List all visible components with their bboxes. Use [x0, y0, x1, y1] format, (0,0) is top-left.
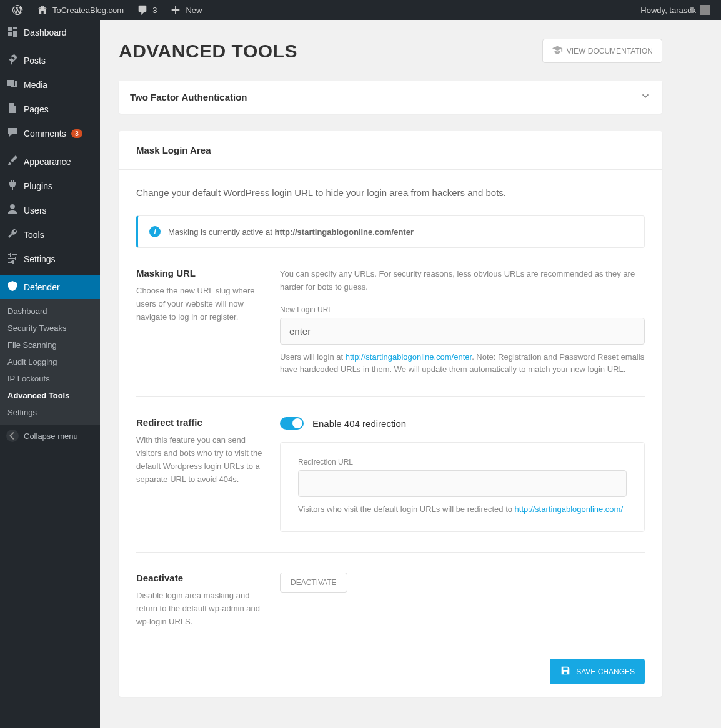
avatar — [700, 5, 710, 15]
howdy-text: Howdy, tarasdk — [640, 6, 696, 15]
accordion-title: Two Factor Authentication — [130, 92, 247, 102]
user-icon — [6, 203, 19, 217]
menu-comments[interactable]: Comments3 — [0, 121, 100, 145]
pin-icon — [6, 53, 19, 67]
menu-appearance[interactable]: Appearance — [0, 149, 100, 174]
menu-dashboard[interactable]: Dashboard — [0, 20, 100, 44]
submenu-dashboard[interactable]: Dashboard — [0, 303, 100, 320]
redirect-desc: With this feature you can send visitors … — [136, 434, 267, 486]
comments-count: 3 — [152, 6, 157, 15]
mask-login-panel: Mask Login Area Change your default Word… — [119, 131, 662, 697]
redirection-url-link[interactable]: http://startingablogonline.com/ — [515, 504, 623, 514]
redirection-hint: Visitors who visit the default login URL… — [298, 503, 627, 516]
login-url-link[interactable]: http://startingablogonline.com/enter — [346, 352, 472, 362]
dashboard-icon — [6, 25, 19, 39]
panel-title: Mask Login Area — [136, 145, 645, 155]
masking-title: Masking URL — [136, 268, 267, 278]
menu-tools[interactable]: Tools — [0, 222, 100, 247]
menu-defender[interactable]: Defender — [0, 275, 100, 299]
main-content: ADVANCED TOOLS VIEW DOCUMENTATION Two Fa… — [100, 20, 681, 728]
comment-icon — [6, 126, 19, 140]
collapse-menu[interactable]: Collapse menu — [0, 425, 100, 447]
submenu-advanced-tools[interactable]: Advanced Tools — [0, 387, 100, 404]
plus-icon — [169, 4, 182, 16]
deactivate-title: Deactivate — [136, 573, 267, 583]
site-name-link[interactable]: ToCreateaBlog.com — [30, 0, 130, 20]
wordpress-logo[interactable] — [5, 0, 30, 20]
account-link[interactable]: Howdy, tarasdk — [634, 0, 716, 20]
comments-badge: 3 — [71, 129, 82, 138]
redirection-box: Redirection URL Visitors who visit the d… — [280, 442, 645, 532]
admin-menu: Dashboard Posts Media Pages Comments3 Ap… — [0, 20, 100, 728]
redirection-url-input[interactable] — [298, 470, 627, 497]
brush-icon — [6, 154, 19, 169]
wordpress-icon — [11, 4, 24, 16]
masking-desc: Choose the new URL slug where users of y… — [136, 285, 267, 323]
deactivate-button[interactable]: DEACTIVATE — [280, 573, 347, 593]
page-title: ADVANCED TOOLS — [119, 41, 297, 62]
redirection-url-label: Redirection URL — [298, 458, 627, 466]
view-documentation-button[interactable]: VIEW DOCUMENTATION — [542, 39, 662, 63]
two-factor-accordion-toggle[interactable]: Two Factor Authentication — [119, 81, 662, 114]
page-icon — [6, 102, 19, 116]
redirect-toggle-label: Enable 404 redirection — [312, 418, 406, 429]
notice-text: Masking is currently active at http://st… — [168, 227, 414, 237]
home-icon — [36, 4, 49, 16]
menu-posts[interactable]: Posts — [0, 48, 100, 72]
site-name: ToCreateaBlog.com — [52, 6, 124, 15]
comments-link[interactable]: 3 — [130, 0, 163, 20]
comment-icon — [136, 4, 149, 16]
submenu-settings[interactable]: Settings — [0, 404, 100, 421]
save-changes-button[interactable]: SAVE CHANGES — [550, 659, 645, 684]
save-icon — [560, 665, 571, 678]
sliders-icon — [6, 252, 19, 266]
redirect-title: Redirect traffic — [136, 417, 267, 428]
new-link[interactable]: New — [163, 0, 208, 20]
menu-media[interactable]: Media — [0, 72, 100, 97]
login-url-input[interactable] — [280, 318, 645, 345]
menu-settings[interactable]: Settings — [0, 247, 100, 271]
masking-hint: You can specify any URLs. For security r… — [280, 268, 645, 294]
shield-icon — [6, 280, 19, 294]
wrench-icon — [6, 227, 19, 242]
collapse-icon — [6, 430, 19, 442]
panel-description: Change your default WordPress login URL … — [136, 187, 645, 198]
submenu-audit-logging[interactable]: Audit Logging — [0, 353, 100, 370]
deactivate-desc: Disable login area masking and return to… — [136, 589, 267, 628]
media-icon — [6, 77, 19, 92]
login-url-label: New Login URL — [280, 305, 645, 314]
defender-submenu: Dashboard Security Tweaks File Scanning … — [0, 299, 100, 425]
login-url-hint: Users will login at http://startingablog… — [280, 351, 645, 377]
submenu-security-tweaks[interactable]: Security Tweaks — [0, 320, 100, 337]
toggle-knob — [292, 418, 302, 428]
plug-icon — [6, 179, 19, 193]
info-icon: i — [149, 226, 161, 237]
redirect-toggle[interactable] — [280, 417, 304, 430]
grad-cap-icon — [552, 44, 563, 57]
submenu-ip-lockouts[interactable]: IP Lockouts — [0, 370, 100, 387]
chevron-down-icon — [640, 91, 651, 104]
admin-bar: ToCreateaBlog.com 3 New Howdy, tarasdk — [0, 0, 721, 20]
submenu-file-scanning[interactable]: File Scanning — [0, 337, 100, 353]
new-label: New — [186, 6, 202, 15]
two-factor-panel: Two Factor Authentication — [119, 81, 662, 114]
menu-pages[interactable]: Pages — [0, 97, 100, 121]
active-notice: i Masking is currently active at http://… — [136, 215, 645, 248]
menu-users[interactable]: Users — [0, 198, 100, 222]
menu-plugins[interactable]: Plugins — [0, 174, 100, 198]
